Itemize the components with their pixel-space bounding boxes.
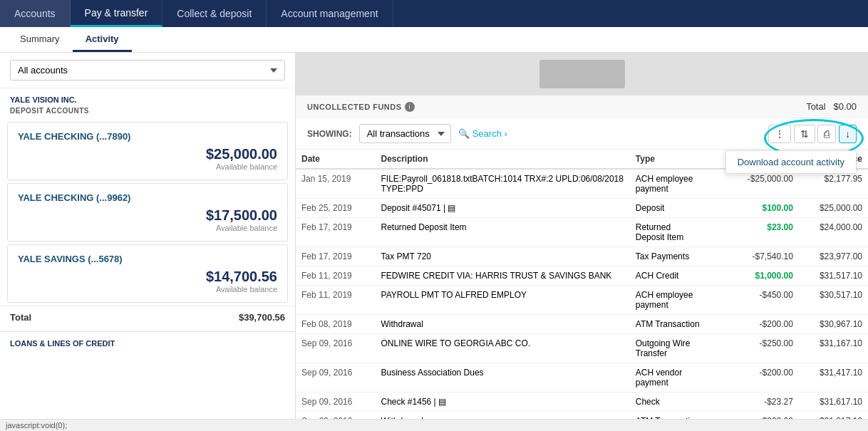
cell-balance: $24,000.00 — [799, 218, 868, 247]
cell-balance: $30,967.10 — [799, 315, 868, 334]
table-row[interactable]: Feb 25, 2019 Deposit #45071 | ▤ Deposit … — [296, 199, 868, 218]
download-icon: ↓ — [845, 128, 850, 140]
cell-type: ACH employeepayment — [630, 169, 726, 199]
cell-description: PAYROLL PMT TO ALFRED EMPLOY — [376, 286, 630, 315]
table-row[interactable]: Sep 09, 2016 Business Association Dues A… — [296, 363, 868, 393]
toolbar-wrapper: ⋮ ⇅ ⎙ ↓ Download account activity — [768, 125, 857, 143]
download-popup[interactable]: Download account activity — [725, 150, 857, 174]
filter-icon: ⋮ — [775, 128, 785, 140]
showing-label: SHOWING: — [307, 129, 352, 139]
cell-amount: -$7,540.10 — [726, 247, 799, 266]
total-label: Total — [10, 312, 31, 323]
cell-type: Deposit — [630, 199, 726, 218]
cell-description: Check #1456 | ▤ — [376, 393, 630, 412]
status-bar: javascript:void(0); — [0, 419, 868, 431]
cell-type: ACH employeepayment — [630, 286, 726, 315]
table-row[interactable]: Feb 17, 2019 Tax PMT 720 Tax Payments -$… — [296, 247, 868, 266]
table-row[interactable]: Sep 09, 2016 Check #1456 | ▤ Check -$23.… — [296, 393, 868, 412]
table-row[interactable]: Feb 11, 2019 PAYROLL PMT TO ALFRED EMPLO… — [296, 286, 868, 315]
cell-balance: $30,517.10 — [799, 286, 868, 315]
transactions-filter-select[interactable]: All transactions Checks Deposits Withdra… — [359, 124, 451, 143]
download-icon-button[interactable]: ↓ — [839, 125, 857, 143]
cell-amount: $23.00 — [726, 218, 799, 247]
cell-description: ONLINE WIRE TO GEORGIA ABC CO. — [376, 334, 630, 363]
cell-description: Withdrawal — [376, 315, 630, 334]
sidebar: All accounts YALE VISION INC. DEPOSIT AC… — [0, 53, 296, 431]
sub-nav: Summary Activity — [0, 27, 868, 53]
uncollected-info: UNCOLLECTED FUNDS i — [307, 102, 415, 112]
col-description: Description — [376, 150, 630, 169]
cell-description: Tax PMT 720 — [376, 247, 630, 266]
nav-accounts[interactable]: Accounts — [0, 0, 71, 27]
uncollected-bar: UNCOLLECTED FUNDS i Total $0.00 — [296, 95, 868, 118]
nav-collect-deposit[interactable]: Collect & deposit — [162, 0, 267, 27]
tab-summary[interactable]: Summary — [7, 27, 73, 52]
cell-date: Sep 09, 2016 — [296, 363, 376, 393]
cell-description: Business Association Dues — [376, 363, 630, 393]
sidebar-total: Total $39,700.56 — [0, 306, 295, 328]
cell-type: ACH Credit — [630, 266, 726, 286]
top-nav: Accounts Pay & transfer Collect & deposi… — [0, 0, 868, 27]
cell-description: Deposit #45071 | ▤ — [376, 199, 630, 218]
nav-pay-transfer[interactable]: Pay & transfer — [71, 0, 163, 27]
adjust-icon-button[interactable]: ⇅ — [794, 125, 815, 143]
uncollected-label: UNCOLLECTED FUNDS — [307, 103, 402, 111]
info-icon[interactable]: i — [405, 102, 415, 112]
total-value: $39,700.56 — [239, 312, 285, 323]
cell-amount: -$250.00 — [726, 334, 799, 363]
account-card-9962[interactable]: YALE CHECKING (...9962) $17,500.00 Avail… — [7, 183, 288, 242]
col-date: Date — [296, 150, 376, 169]
cell-balance: $25,000.00 — [799, 199, 868, 218]
account-balance-label-9962: Available balance — [18, 224, 277, 232]
account-card-5678[interactable]: YALE SAVINGS (...5678) $14,700.56 Availa… — [7, 244, 288, 303]
filter-icon-button[interactable]: ⋮ — [768, 125, 791, 143]
account-balance-9962: $17,500.00 — [18, 207, 277, 224]
toolbar-icons: ⋮ ⇅ ⎙ ↓ Download account activity — [768, 125, 857, 143]
account-name-7890: YALE CHECKING (...7890) — [18, 131, 277, 142]
cell-description: Returned Deposit Item — [376, 218, 630, 247]
search-icon: 🔍 — [458, 128, 470, 139]
account-balance-5678: $14,700.56 — [18, 269, 277, 285]
table-row[interactable]: Feb 17, 2019 Returned Deposit Item Retur… — [296, 218, 868, 247]
nav-account-management[interactable]: Account management — [267, 0, 393, 27]
search-button[interactable]: 🔍 Search › — [458, 128, 507, 139]
cell-amount: -$450.00 — [726, 286, 799, 315]
cell-amount: $100.00 — [726, 199, 799, 218]
account-name-5678: YALE SAVINGS (...5678) — [18, 254, 277, 264]
transactions-table-wrapper: Date Description Type Amount Balance Jan… — [296, 150, 868, 431]
tab-activity[interactable]: Activity — [73, 27, 132, 52]
cell-date: Jan 15, 2019 — [296, 169, 376, 199]
print-icon-button[interactable]: ⎙ — [817, 125, 836, 143]
cell-balance: $31,617.10 — [799, 393, 868, 412]
cell-description: FEDWIRE CREDIT VIA: HARRIS TRUST & SAVIN… — [376, 266, 630, 286]
showing-bar: SHOWING: All transactions Checks Deposit… — [296, 118, 868, 150]
table-body: Jan 15, 2019 FILE:Payroll_061818.txtBATC… — [296, 169, 868, 431]
table-row[interactable]: Feb 11, 2019 FEDWIRE CREDIT VIA: HARRIS … — [296, 266, 868, 286]
cell-type: ReturnedDeposit Item — [630, 218, 726, 247]
account-card-7890[interactable]: YALE CHECKING (...7890) $25,000.00 Avail… — [7, 122, 288, 180]
cell-date: Feb 11, 2019 — [296, 266, 376, 286]
account-filter-select[interactable]: All accounts — [10, 60, 285, 81]
cell-date: Feb 17, 2019 — [296, 247, 376, 266]
sidebar-filter: All accounts — [0, 53, 295, 88]
uncollected-total-prefix: Total — [806, 101, 825, 112]
loans-header: LOANS & LINES OF CREDIT — [0, 331, 295, 350]
main-layout: All accounts YALE VISION INC. DEPOSIT AC… — [0, 53, 868, 431]
uncollected-total-value: $0.00 — [833, 101, 857, 112]
cell-description: FILE:Payroll_061818.txtBATCH:1014 TRX#:2… — [376, 169, 630, 199]
table-row[interactable]: Sep 09, 2016 ONLINE WIRE TO GEORGIA ABC … — [296, 334, 868, 363]
table-row[interactable]: Feb 08, 2019 Withdrawal ATM Transaction … — [296, 315, 868, 334]
cell-type: ACH vendorpayment — [630, 363, 726, 393]
cell-date: Feb 25, 2019 — [296, 199, 376, 218]
col-type: Type — [630, 150, 726, 169]
account-image — [296, 53, 868, 95]
cell-balance: $31,517.10 — [799, 266, 868, 286]
right-panel: UNCOLLECTED FUNDS i Total $0.00 SHOWING:… — [296, 53, 868, 431]
cell-balance: $31,417.10 — [799, 363, 868, 393]
cell-date: Sep 09, 2016 — [296, 334, 376, 363]
cell-amount: -$200.00 — [726, 363, 799, 393]
cell-type: Outgoing WireTransfer — [630, 334, 726, 363]
search-label: Search › — [472, 128, 507, 139]
cell-type: Check — [630, 393, 726, 412]
account-balance-label-7890: Available balance — [18, 162, 277, 171]
